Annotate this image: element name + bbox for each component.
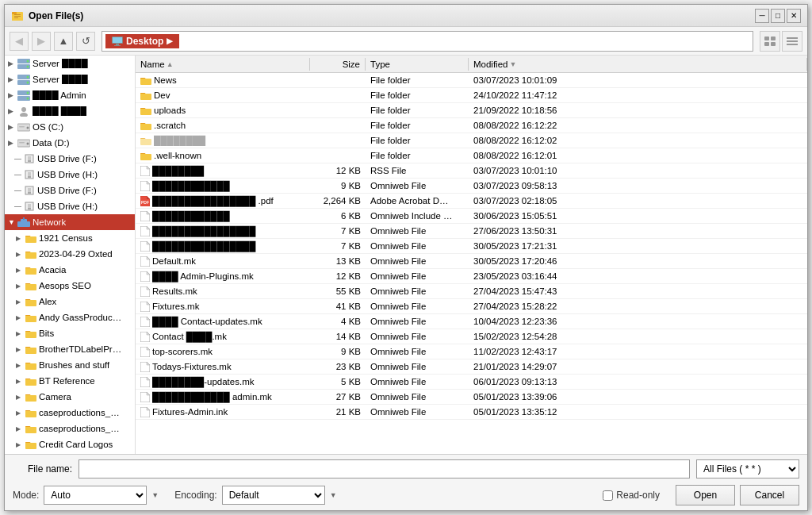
expander-icon: ▶ — [16, 425, 25, 432]
table-row[interactable]: Dev File folder 24/10/2022 11:47:12 — [136, 88, 807, 103]
sidebar-item-brother-td[interactable]: ▶ BrotherTDLabelPr… — [5, 341, 135, 357]
sidebar-item-bits[interactable]: ▶ Bits — [5, 325, 135, 341]
table-row[interactable]: ████ Admin-Plugins.mk 12 KB Omniweb File… — [136, 269, 807, 284]
table-row[interactable]: ████████████ 9 KB Omniweb File 03/07/202… — [136, 179, 807, 194]
table-row[interactable]: PDF ████████████████ .pdf 2,264 KB Adobe… — [136, 194, 807, 209]
sidebar-item-aesops-seo[interactable]: ▶ Aesops SEO — [5, 278, 135, 294]
expander-icon: ▶ — [16, 378, 25, 385]
expander-icon: ▶ — [16, 235, 25, 242]
table-row[interactable]: ████████████ admin.mk 27 KB Omniweb File… — [136, 390, 807, 405]
open-button[interactable]: Open — [676, 485, 735, 505]
close-button[interactable]: ✕ — [787, 9, 801, 23]
maximize-button[interactable]: □ — [771, 9, 785, 23]
svg-rect-51 — [23, 217, 25, 220]
sidebar-item-camera[interactable]: ▶ Camera — [5, 389, 135, 405]
svg-rect-45 — [28, 192, 31, 194]
sidebar-item-label: USB Drive (F:) — [37, 186, 97, 195]
table-row[interactable]: .well-known File folder 08/08/2022 16:12… — [136, 148, 807, 163]
table-row[interactable]: top-scorers.mk 9 KB Omniweb File 11/02/2… — [136, 344, 807, 359]
back-button[interactable]: ◀ — [10, 32, 29, 51]
location-bar: Desktop ▶ — [102, 31, 753, 52]
sidebar: ▶ Server ████ ▶ Server ████ — [5, 56, 136, 454]
table-row[interactable]: .scratch File folder 08/08/2022 16:12:22 — [136, 118, 807, 133]
encoding-select[interactable]: Default UTF-8 ISO-8859-1 — [222, 486, 325, 505]
table-row[interactable]: Results.mk 55 KB Omniweb File 27/04/2023… — [136, 284, 807, 299]
sidebar-item-2023-04-29[interactable]: ▶ 2023-04-29 Oxted — [5, 246, 135, 262]
file-list: Name ▲ Size Type Modified ▼ — [136, 56, 807, 454]
sidebar-item-user[interactable]: ▶ ████ ████ — [5, 103, 135, 119]
usb-icon — [24, 154, 35, 163]
up-button[interactable]: ▲ — [54, 32, 73, 51]
minimize-button[interactable]: ─ — [755, 9, 769, 23]
sidebar-item-credit-card[interactable]: ▶ Credit Card Logos — [5, 436, 135, 452]
expander-icon: — — [14, 155, 24, 163]
sidebar-item-server1[interactable]: ▶ Server ████ — [5, 56, 135, 71]
col-header-name[interactable]: Name ▲ — [136, 58, 310, 71]
sidebar-item-caseproductions1[interactable]: ▶ caseproductions_… — [5, 405, 135, 421]
file-icon — [140, 166, 150, 176]
sidebar-item-brushes[interactable]: ▶ Brushes and stuff — [5, 357, 135, 373]
table-row[interactable]: ████████ File folder 08/08/2022 16:12:02 — [136, 133, 807, 148]
folder-icon — [25, 234, 36, 243]
folder-icon — [140, 136, 151, 145]
table-row[interactable]: ████████████████ 7 KB Omniweb File 27/06… — [136, 224, 807, 239]
table-row[interactable]: Fixtures-Admin.ink 21 KB Omniweb File 05… — [136, 405, 807, 420]
sidebar-item-label: Brushes and stuff — [39, 360, 109, 370]
table-row[interactable]: Contact ████.mk 14 KB Omniweb File 15/02… — [136, 329, 807, 344]
svg-point-19 — [27, 60, 29, 62]
sidebar-item-os-c[interactable]: ▶ OS (C:) — [5, 119, 135, 135]
expander-icon: — — [14, 171, 24, 179]
table-row[interactable]: uploads File folder 21/09/2022 10:18:56 — [136, 103, 807, 118]
folder-icon — [140, 76, 151, 85]
table-row[interactable]: ████████ 12 KB RSS File 03/07/2023 10:01… — [136, 163, 807, 179]
sidebar-item-bt-reference[interactable]: ▶ BT Reference — [5, 373, 135, 389]
expander-icon: ▶ — [8, 123, 17, 131]
table-row[interactable]: Default.mk 13 KB Omniweb File 30/05/2023… — [136, 254, 807, 269]
sidebar-item-label: Bits — [39, 329, 54, 338]
filename-input[interactable] — [79, 459, 690, 478]
sidebar-item-alex[interactable]: ▶ Alex — [5, 294, 135, 309]
col-header-type[interactable]: Type — [366, 58, 469, 71]
readonly-checkbox[interactable] — [603, 490, 613, 501]
files-view-icon — [764, 37, 776, 46]
table-row[interactable]: Fixtures.mk 41 KB Omniweb File 27/04/202… — [136, 299, 807, 314]
table-row[interactable]: ████████████████ 7 KB Omniweb File 30/05… — [136, 239, 807, 254]
mode-select[interactable]: Auto Text Binary — [44, 486, 147, 505]
refresh-button[interactable]: ↺ — [76, 32, 95, 51]
sidebar-item-acacia[interactable]: ▶ Acacia — [5, 262, 135, 278]
svg-rect-11 — [771, 37, 776, 40]
sidebar-item-label: caseproductions_… — [39, 408, 120, 417]
view-files-button[interactable] — [760, 31, 780, 52]
table-row[interactable]: News File folder 03/07/2023 10:01:09 — [136, 73, 807, 88]
sidebar-item-usb-h2[interactable]: — USB Drive (H:) — [5, 198, 135, 214]
table-row[interactable]: Todays-Fixtures.mk 23 KB Omniweb File 21… — [136, 359, 807, 375]
sidebar-item-usb-h1[interactable]: — USB Drive (H:) — [5, 167, 135, 183]
sidebar-item-usb-f1[interactable]: — USB Drive (F:) — [5, 151, 135, 167]
table-row[interactable]: ████████-updates.mk 5 KB Omniweb File 06… — [136, 375, 807, 390]
sidebar-item-ftladmin[interactable]: ▶ ████ Admin — [5, 87, 135, 103]
location-desktop[interactable]: Desktop ▶ — [105, 34, 179, 48]
filetype-select[interactable]: All Files ( * * ) Text Files HTML Files — [696, 459, 799, 478]
sidebar-item-usb-f2[interactable]: — USB Drive (F:) — [5, 183, 135, 198]
forward-button[interactable]: ▶ — [32, 32, 51, 51]
title-bar: Open File(s) ─ □ ✕ — [5, 5, 807, 27]
sidebar-item-server2[interactable]: ▶ Server ████ — [5, 71, 135, 87]
view-list-button[interactable] — [782, 31, 802, 52]
sidebar-item-andy-gass[interactable]: ▶ Andy GassProduc… — [5, 309, 135, 325]
table-row[interactable]: ████████████ 6 KB Omniweb Include … 30/0… — [136, 209, 807, 224]
expander-icon: — — [14, 186, 24, 194]
usb-icon — [24, 170, 35, 179]
network-icon — [17, 217, 30, 228]
col-header-modified[interactable]: Modified ▼ — [469, 58, 807, 71]
table-row[interactable]: ████ Contact-updates.mk 4 KB Omniweb Fil… — [136, 314, 807, 329]
cancel-button[interactable]: Cancel — [740, 485, 799, 505]
sidebar-item-caseproductions2[interactable]: ▶ caseproductions_… — [5, 421, 135, 436]
sidebar-item-network[interactable]: ▼ Network — [5, 214, 135, 230]
col-header-size[interactable]: Size — [310, 58, 366, 71]
svg-rect-13 — [771, 42, 776, 46]
sidebar-item-1921census[interactable]: ▶ 1921 Census — [5, 230, 135, 246]
expander-icon: — — [14, 202, 24, 210]
toolbar: ◀ ▶ ▲ ↺ Desktop ▶ — [5, 27, 807, 56]
sidebar-item-data-d[interactable]: ▶ Data (D:) — [5, 135, 135, 151]
sidebar-item-label: OS (C:) — [33, 122, 63, 132]
